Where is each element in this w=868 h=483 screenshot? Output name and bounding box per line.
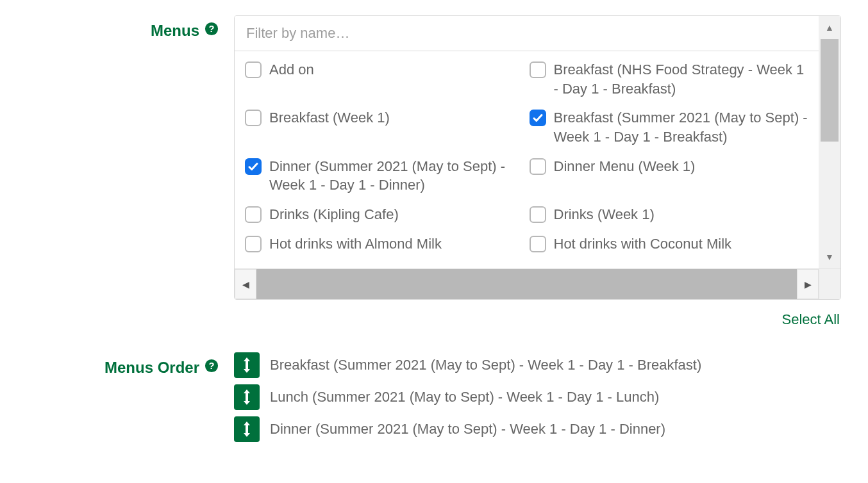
menus-label-text: Menus — [151, 22, 199, 40]
svg-text:?: ? — [209, 361, 215, 371]
select-all-link[interactable]: Select All — [234, 311, 841, 328]
menu-option[interactable]: Breakfast (NHS Food Strategy - Week 1 - … — [527, 56, 812, 102]
checkbox[interactable] — [530, 236, 546, 252]
menu-option[interactable]: Dinner (Summer 2021 (May to Sept) - Week… — [242, 153, 527, 199]
checkbox[interactable] — [530, 158, 546, 175]
checkbox[interactable] — [530, 61, 546, 78]
order-item-label: Breakfast (Summer 2021 (May to Sept) - W… — [270, 357, 701, 373]
scroll-left-icon[interactable]: ◀ — [235, 269, 256, 299]
menu-option[interactable]: Breakfast (Week 1) — [242, 104, 527, 150]
horizontal-scrollbar[interactable]: ◀ ▶ — [235, 268, 819, 299]
scroll-corner — [819, 268, 840, 299]
drag-handle-icon[interactable] — [234, 384, 260, 410]
checkbox[interactable] — [530, 206, 546, 223]
menus-label: Menus ? — [13, 15, 234, 40]
checkbox[interactable] — [245, 236, 262, 252]
menu-option-label: Add on — [269, 60, 314, 79]
svg-text:?: ? — [209, 24, 215, 34]
order-item: Lunch (Summer 2021 (May to Sept) - Week … — [234, 384, 841, 410]
menu-option-label: Breakfast (Summer 2021 (May to Sept) - W… — [554, 108, 809, 146]
help-icon[interactable]: ? — [204, 22, 219, 36]
menu-option-label: Breakfast (Week 1) — [269, 108, 390, 127]
order-item: Dinner (Summer 2021 (May to Sept) - Week… — [234, 416, 841, 442]
menu-option[interactable]: Add on — [242, 56, 527, 102]
menu-option-label: Drinks (Week 1) — [554, 205, 655, 224]
scroll-up-icon[interactable]: ▲ — [819, 16, 840, 39]
menu-option[interactable]: Breakfast (Summer 2021 (May to Sept) - W… — [527, 104, 812, 150]
vertical-scrollbar[interactable]: ▲ ▼ — [819, 16, 840, 268]
menu-option-label: Drinks (Kipling Cafe) — [269, 205, 399, 224]
drag-handle-icon[interactable] — [234, 352, 260, 378]
menus-listbox: Add onBreakfast (NHS Food Strategy - Wee… — [234, 15, 841, 300]
scroll-down-icon[interactable]: ▼ — [819, 245, 840, 268]
hscroll-thumb[interactable] — [256, 269, 797, 299]
checkbox[interactable] — [245, 206, 262, 223]
order-item: Breakfast (Summer 2021 (May to Sept) - W… — [234, 352, 841, 378]
drag-handle-icon[interactable] — [234, 416, 260, 442]
filter-input[interactable] — [235, 16, 840, 51]
menu-option-label: Dinner Menu (Week 1) — [554, 157, 696, 176]
menu-option[interactable]: Drinks (Kipling Cafe) — [242, 201, 527, 228]
menus-order-label: Menus Order ? — [13, 352, 234, 377]
menu-option-label: Hot drinks with Almond Milk — [269, 234, 442, 254]
checkbox[interactable] — [245, 61, 262, 78]
scroll-thumb[interactable] — [821, 39, 839, 142]
order-item-label: Lunch (Summer 2021 (May to Sept) - Week … — [270, 389, 659, 405]
menu-option[interactable]: Dinner Menu (Week 1) — [527, 153, 812, 199]
menu-option[interactable]: Hot drinks with Coconut Milk — [527, 231, 812, 258]
menu-option-label: Dinner (Summer 2021 (May to Sept) - Week… — [269, 157, 524, 195]
scroll-right-icon[interactable]: ▶ — [797, 269, 819, 299]
checkbox[interactable] — [530, 110, 546, 126]
menu-option-label: Hot drinks with Coconut Milk — [554, 234, 732, 254]
menu-option[interactable]: Hot drinks with Almond Milk — [242, 231, 527, 258]
menus-order-label-text: Menus Order — [104, 359, 199, 377]
menu-option[interactable]: Drinks (Week 1) — [527, 201, 812, 228]
checkbox[interactable] — [245, 110, 262, 126]
order-item-label: Dinner (Summer 2021 (May to Sept) - Week… — [270, 421, 665, 438]
menu-option-label: Breakfast (NHS Food Strategy - Week 1 - … — [554, 60, 809, 98]
checkbox[interactable] — [245, 158, 262, 175]
help-icon[interactable]: ? — [204, 359, 219, 373]
